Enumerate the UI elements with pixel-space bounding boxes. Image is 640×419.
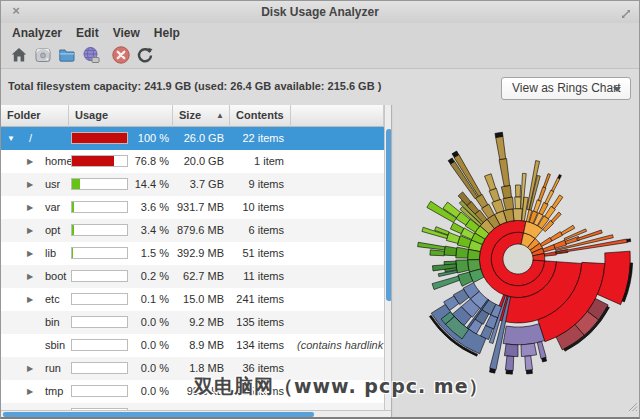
expander-closed-icon[interactable]: ▶: [27, 242, 33, 265]
ring-segment[interactable]: [468, 249, 481, 260]
table-row-root[interactable]: ▼/100 %26.0 GB22 items: [1, 127, 384, 150]
ring-segment[interactable]: [627, 239, 631, 242]
horizontal-scrollbar[interactable]: [1, 410, 392, 417]
menu-item-analyzer[interactable]: Analyzer: [5, 24, 69, 42]
refresh-button[interactable]: [133, 44, 157, 67]
ring-segment[interactable]: [542, 358, 547, 362]
rings-chart[interactable]: [393, 105, 640, 418]
usage-bar-track: [71, 316, 128, 328]
usage-cell: 0.2 %: [69, 265, 173, 288]
folder-cell: sbin: [1, 334, 69, 357]
table-row-usr[interactable]: ▶usr14.4 %3.7 GB9 items: [1, 173, 384, 196]
ring-segment[interactable]: [561, 225, 575, 235]
ring-segment[interactable]: [543, 174, 550, 188]
ring-segment[interactable]: [501, 185, 511, 198]
table-row-bin[interactable]: bin0.0 %9.2 MB135 items: [1, 311, 384, 334]
ring-segment[interactable]: [485, 174, 496, 191]
ring-segment[interactable]: [450, 223, 463, 234]
view-selector[interactable]: View as Rings Chart: [501, 77, 631, 100]
horizontal-scrollbar-thumb[interactable]: [3, 412, 314, 417]
contents-cell: 10 items: [230, 196, 291, 219]
ring-segment[interactable]: [525, 356, 533, 371]
table-row-sbin[interactable]: sbin0.0 %8.9 MB134 items(contains hardli…: [1, 334, 384, 357]
size-cell: 4.1 kB: [173, 403, 230, 410]
column-header-filler[interactable]: [291, 105, 384, 127]
expander-closed-icon[interactable]: ▶: [27, 380, 33, 403]
ring-segment[interactable]: [515, 185, 520, 197]
ring-segment[interactable]: [444, 246, 457, 256]
note-cell: [291, 242, 384, 265]
expander-closed-icon[interactable]: ▶: [27, 150, 33, 173]
vertical-scrollbar[interactable]: [384, 105, 392, 410]
ring-segment[interactable]: [558, 175, 562, 179]
table-row-etc[interactable]: ▶etc0.1 %15.0 MB241 items: [1, 288, 384, 311]
expander-open-icon[interactable]: ▼: [7, 127, 15, 150]
ring-segment[interactable]: [499, 159, 510, 187]
ring-segment[interactable]: [552, 195, 563, 209]
ring-segment[interactable]: [430, 250, 444, 256]
table-row-lib[interactable]: ▶lib1.5 %392.9 MB51 items: [1, 242, 384, 265]
ring-segment[interactable]: [489, 368, 495, 373]
expander-closed-icon[interactable]: ▶: [27, 173, 33, 196]
ring-segment[interactable]: [456, 260, 469, 273]
ring-segment[interactable]: [526, 370, 532, 374]
vertical-scrollbar-thumb[interactable]: [386, 129, 392, 301]
ring-segment[interactable]: [456, 247, 469, 258]
expander-closed-icon[interactable]: ▶: [27, 357, 33, 380]
expander-closed-icon[interactable]: ▶: [27, 265, 33, 288]
expander-closed-icon[interactable]: ▶: [27, 196, 33, 219]
contents-cell: 14 items: [230, 403, 291, 410]
ring-segment[interactable]: [537, 341, 546, 358]
ring-segment[interactable]: [513, 209, 523, 221]
ring-segment[interactable]: [418, 242, 445, 250]
ring-segment[interactable]: [544, 252, 556, 257]
scan-folder-button[interactable]: [55, 44, 79, 67]
table-row-opt[interactable]: ▶opt3.4 %879.6 MB6 items: [1, 219, 384, 242]
usage-cell: 0.1 %: [69, 288, 173, 311]
folder-tree: ▼/100 %26.0 GB22 items▶home76.8 %20.0 GB…: [1, 127, 384, 410]
resize-grip-icon[interactable]: [624, 398, 638, 416]
table-row-var[interactable]: ▶var3.6 %931.7 MB10 items: [1, 196, 384, 219]
ring-segment[interactable]: [538, 187, 546, 201]
expander-closed-icon[interactable]: ▶: [27, 219, 33, 242]
ring-segment[interactable]: [496, 136, 506, 159]
stop-button[interactable]: [109, 44, 133, 67]
column-header-contents[interactable]: Contents: [230, 105, 291, 127]
usage-bar-track: [71, 362, 128, 374]
column-header-size[interactable]: Size▲: [173, 105, 230, 127]
column-header-folder[interactable]: Folder: [1, 105, 69, 127]
usage-bar-fill: [72, 225, 74, 235]
column-header-usage[interactable]: Usage: [69, 105, 173, 127]
ring-segment[interactable]: [506, 370, 513, 374]
ring-segment[interactable]: [503, 324, 544, 345]
restore-window-icon[interactable]: [620, 6, 632, 18]
folder-name: etc: [45, 288, 60, 311]
home-button[interactable]: [7, 44, 31, 67]
table-row-home[interactable]: ▶home76.8 %20.0 GB1 item: [1, 150, 384, 173]
table-row-dev[interactable]: ▶dev0.0 %4.1 kB14 items: [1, 403, 384, 410]
ring-segment[interactable]: [551, 178, 559, 192]
ring-segment[interactable]: [521, 343, 537, 356]
ring-segment[interactable]: [545, 190, 554, 204]
ring-segment[interactable]: [503, 197, 514, 210]
table-row-run[interactable]: ▶run0.0 %1.8 MB36 items: [1, 357, 384, 380]
table-row-tmp[interactable]: ▶tmp0.0 %98.3 kB15 items: [1, 380, 384, 403]
menu-item-edit[interactable]: Edit: [69, 24, 106, 42]
expander-closed-icon[interactable]: ▶: [27, 403, 33, 410]
size-cell: 26.0 GB: [173, 127, 230, 150]
table-row-boot[interactable]: ▶boot0.2 %62.7 MB11 items: [1, 265, 384, 288]
scan-remote-button[interactable]: [79, 44, 103, 67]
ring-segment[interactable]: [504, 344, 518, 357]
ring-segment[interactable]: [432, 276, 459, 289]
ring-segment[interactable]: [550, 232, 562, 241]
ring-segment[interactable]: [495, 132, 503, 137]
scan-filesystem-button[interactable]: [31, 44, 55, 67]
menu-item-help[interactable]: Help: [147, 24, 187, 42]
expander-closed-icon[interactable]: ▶: [27, 288, 33, 311]
ring-segment[interactable]: [543, 245, 555, 253]
menu-item-view[interactable]: View: [106, 24, 147, 42]
folder-name: /: [29, 127, 32, 150]
ring-segment[interactable]: [540, 237, 552, 246]
ring-segment[interactable]: [505, 356, 513, 371]
ring-segment[interactable]: [515, 197, 522, 209]
